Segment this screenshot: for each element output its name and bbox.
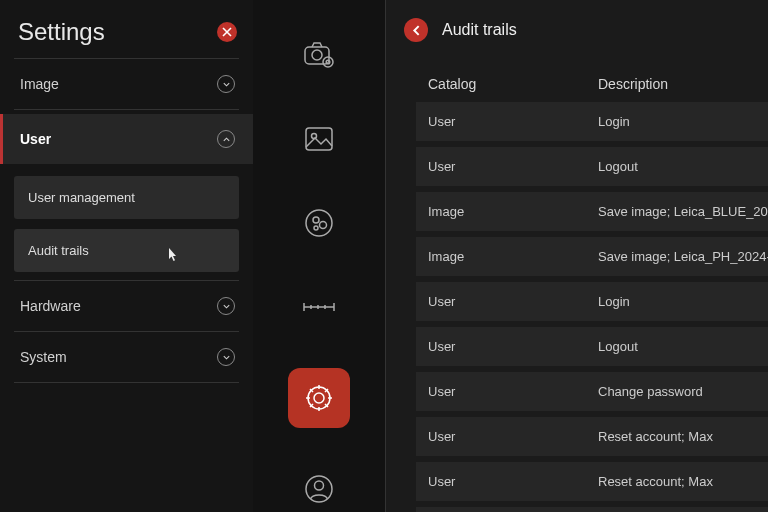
nav-item-label: Hardware	[20, 298, 81, 314]
nav-item-label: User	[20, 131, 51, 147]
table-row[interactable]: UserLogout	[416, 147, 768, 186]
audit-panel: Audit trails Catalog Description UserLog…	[386, 0, 768, 512]
subitem-label: Audit trails	[28, 243, 89, 258]
cell-catalog: User	[428, 159, 598, 174]
settings-sidebar: Settings Image User User management Aud	[0, 0, 253, 512]
cell-description: Login	[598, 294, 768, 309]
svg-point-6	[306, 210, 332, 236]
tool-iconbar	[253, 0, 385, 512]
iconbar-user-button[interactable]	[295, 466, 343, 512]
settings-panel: Settings Image User User management Aud	[0, 0, 386, 512]
iconbar-ruler-button[interactable]	[295, 284, 343, 330]
subitem-label: User management	[28, 190, 135, 205]
iconbar-cells-button[interactable]	[295, 200, 343, 246]
cell-catalog: User	[428, 114, 598, 129]
cell-catalog: User	[428, 339, 598, 354]
column-header-description: Description	[598, 76, 768, 92]
audit-table: Catalog Description UserLogin UserLogout…	[386, 66, 768, 512]
divider	[14, 382, 239, 383]
nav-item-image[interactable]: Image	[0, 59, 253, 109]
svg-point-1	[312, 50, 322, 60]
user-subitems: User management Audit trails	[0, 168, 253, 280]
cell-catalog: User	[428, 294, 598, 309]
cell-catalog: User	[428, 429, 598, 444]
nav-item-user[interactable]: User	[0, 114, 253, 164]
chevron-up-icon	[217, 130, 235, 148]
page-title: Audit trails	[442, 21, 517, 39]
nav-item-label: System	[20, 349, 67, 365]
cell-catalog: Image	[428, 204, 598, 219]
table-row[interactable]: ImageSave image; Leica_PH_2024-	[416, 237, 768, 276]
chevron-down-icon	[217, 297, 235, 315]
table-row[interactable]: UserChange password	[416, 372, 768, 411]
svg-point-8	[320, 222, 327, 229]
svg-point-11	[308, 387, 330, 409]
svg-point-13	[315, 481, 324, 490]
svg-point-7	[313, 217, 319, 223]
table-header: Catalog Description	[416, 66, 768, 102]
subitem-audit-trails[interactable]: Audit trails	[14, 229, 239, 272]
iconbar-picture-button[interactable]	[295, 116, 343, 162]
nav-item-label: Image	[20, 76, 59, 92]
settings-header: Settings	[0, 0, 253, 58]
settings-title: Settings	[18, 18, 105, 46]
cell-description: Logout	[598, 339, 768, 354]
nav-item-hardware[interactable]: Hardware	[0, 281, 253, 331]
svg-point-9	[314, 226, 318, 230]
nav-item-system[interactable]: System	[0, 332, 253, 382]
close-icon	[222, 27, 232, 37]
cell-description: Logout	[598, 159, 768, 174]
table-row[interactable]: UserLogout	[416, 327, 768, 366]
picture-icon	[303, 125, 335, 153]
table-row[interactable]: UserCreate account; Max	[416, 507, 768, 512]
gear-icon	[302, 381, 336, 415]
chevron-down-icon	[217, 348, 235, 366]
back-button[interactable]	[404, 18, 428, 42]
cell-description: Save image; Leica_PH_2024-	[598, 249, 768, 264]
divider	[14, 109, 239, 110]
svg-point-10	[314, 393, 324, 403]
iconbar-camera-button[interactable]	[295, 32, 343, 78]
subitem-user-management[interactable]: User management	[14, 176, 239, 219]
iconbar-settings-button[interactable]	[288, 368, 350, 428]
cells-icon	[303, 207, 335, 239]
svg-rect-4	[306, 128, 332, 150]
audit-header: Audit trails	[386, 0, 768, 66]
table-row[interactable]: ImageSave image; Leica_BLUE_202	[416, 192, 768, 231]
ruler-icon	[302, 300, 336, 314]
chevron-down-icon	[217, 75, 235, 93]
cell-description: Login	[598, 114, 768, 129]
cell-description: Reset account; Max	[598, 429, 768, 444]
cell-description: Change password	[598, 384, 768, 399]
cell-catalog: User	[428, 474, 598, 489]
cell-catalog: User	[428, 384, 598, 399]
table-row[interactable]: UserLogin	[416, 282, 768, 321]
pointer-cursor-icon	[165, 247, 179, 266]
column-header-catalog: Catalog	[428, 76, 598, 92]
cell-catalog: Image	[428, 249, 598, 264]
table-row[interactable]: UserReset account; Max	[416, 462, 768, 501]
user-icon	[303, 473, 335, 505]
table-row[interactable]: UserLogin	[416, 102, 768, 141]
chevron-left-icon	[410, 24, 423, 37]
svg-point-12	[306, 476, 332, 502]
table-row[interactable]: UserReset account; Max	[416, 417, 768, 456]
camera-settings-icon	[302, 40, 336, 70]
close-button[interactable]	[217, 22, 237, 42]
cell-description: Save image; Leica_BLUE_202	[598, 204, 768, 219]
cell-description: Reset account; Max	[598, 474, 768, 489]
